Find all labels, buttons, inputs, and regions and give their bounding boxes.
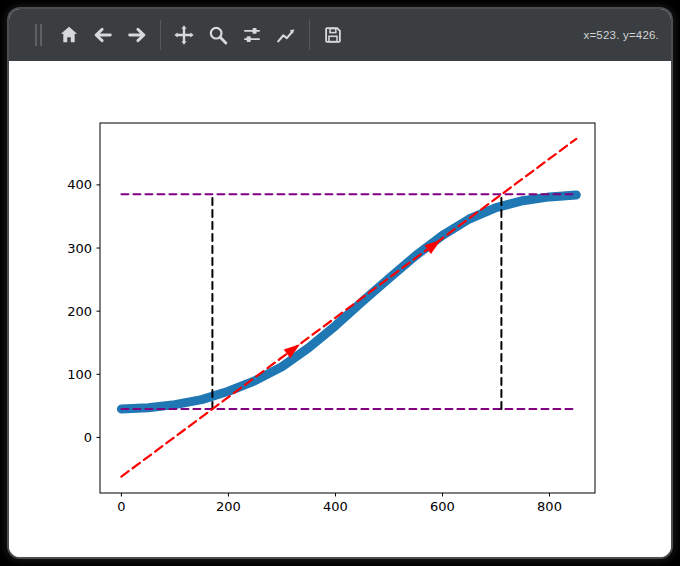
y-tick-label: 200 (67, 304, 92, 319)
sliders-icon (241, 24, 263, 46)
x-tick-label: 200 (216, 499, 241, 514)
figure-canvas[interactable]: 02004006008000100200300400 (9, 61, 671, 557)
linear-fit-line (121, 139, 576, 477)
pan-button[interactable] (169, 20, 199, 50)
x-tick-label: 400 (323, 499, 348, 514)
y-tick-label: 0 (84, 430, 92, 445)
configure-subplots-button[interactable] (237, 20, 267, 50)
x-tick-label: 600 (430, 499, 455, 514)
toolbar-separator (309, 20, 310, 50)
save-button[interactable] (318, 20, 348, 50)
line-chart-icon (275, 24, 297, 46)
forward-button[interactable] (122, 20, 152, 50)
magnifier-icon (207, 24, 229, 46)
response-curve (121, 195, 576, 409)
toolbar-separator (160, 20, 161, 50)
matplotlib-toolbar: x=523. y=426. (9, 9, 671, 61)
back-button[interactable] (88, 20, 118, 50)
cursor-coordinate-readout: x=523. y=426. (584, 29, 660, 41)
x-tick-label: 800 (537, 499, 562, 514)
floppy-icon (322, 24, 344, 46)
arrow-right-icon (126, 24, 148, 46)
y-tick-label: 100 (67, 367, 92, 382)
arrow-left-icon (92, 24, 114, 46)
figure-window: x=523. y=426. 02004006008000100200300400 (7, 7, 673, 559)
customize-button[interactable] (271, 20, 301, 50)
y-tick-label: 400 (67, 177, 92, 192)
home-button[interactable] (54, 20, 84, 50)
toolbar-drag-handle[interactable] (35, 24, 42, 46)
move-icon (173, 24, 195, 46)
y-tick-label: 300 (67, 241, 92, 256)
home-icon (58, 24, 80, 46)
plot-area[interactable]: 02004006008000100200300400 (9, 61, 671, 557)
zoom-button[interactable] (203, 20, 233, 50)
x-tick-label: 0 (117, 499, 125, 514)
